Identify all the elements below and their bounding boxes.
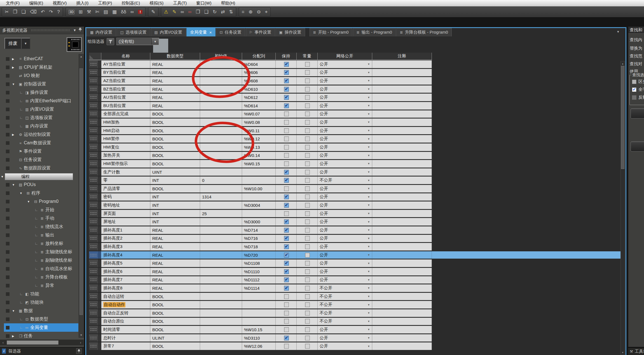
row-handle[interactable]: [89, 85, 101, 93]
publish-dropdown-caret-icon[interactable]: ▼: [367, 138, 370, 140]
retain-cell[interactable]: [276, 268, 297, 275]
cell-name[interactable]: AU当前位置: [101, 94, 150, 101]
tab-operation-settings[interactable]: ▣操作设置: [275, 28, 305, 36]
row-handle[interactable]: [89, 326, 101, 333]
constant-checkbox[interactable]: [305, 219, 310, 224]
cell-data-type[interactable]: REAL: [150, 77, 200, 85]
cell-assigned-address[interactable]: %W10.00: [242, 185, 276, 192]
cell-name[interactable]: AY当前位置: [101, 61, 150, 68]
cell-network-publish[interactable]: 不公开▼: [318, 284, 372, 292]
row-handle[interactable]: [89, 334, 101, 342]
find-panel-button-1[interactable]: [631, 108, 644, 119]
retain-cell[interactable]: [276, 185, 297, 192]
tree-compare-checkbox[interactable]: [6, 82, 10, 86]
retain-cell[interactable]: [276, 94, 297, 101]
tree-compare-checkbox[interactable]: [6, 124, 10, 128]
column-header-3[interactable]: 初始值: [200, 53, 242, 60]
cell-initial-value[interactable]: [200, 309, 242, 317]
cell-comment[interactable]: [372, 143, 432, 151]
constant-checkbox[interactable]: [305, 170, 310, 175]
view-3d-icon[interactable]: 3D: [69, 10, 74, 14]
tab-task-settings[interactable]: ⊡任务设置: [216, 28, 245, 36]
cell-comment[interactable]: [372, 259, 432, 267]
tree-compare-checkbox[interactable]: [6, 233, 10, 237]
retain-checkbox[interactable]: [284, 194, 289, 199]
tree-item-cam-data[interactable]: ∝Cam数据设置: [4, 139, 78, 147]
retain-cell[interactable]: [276, 309, 297, 317]
cell-name[interactable]: 插补高度2: [101, 235, 150, 242]
cell-network-publish[interactable]: 公开▼: [318, 185, 372, 192]
constant-checkbox[interactable]: [305, 120, 310, 125]
constant-checkbox[interactable]: [305, 253, 310, 257]
publish-dropdown-caret-icon[interactable]: ▼: [367, 287, 370, 289]
cell-initial-value[interactable]: [200, 218, 242, 226]
constant-cell[interactable]: [297, 102, 318, 110]
retain-checkbox[interactable]: [284, 120, 289, 125]
cell-comment[interactable]: [372, 251, 432, 259]
row-handle[interactable]: [89, 251, 101, 259]
cell-name[interactable]: 全部原点完成: [101, 110, 150, 118]
cell-name[interactable]: 总时计: [101, 334, 150, 342]
cell-comment[interactable]: [372, 210, 432, 217]
cell-comment[interactable]: [372, 94, 432, 101]
tree-item-functions[interactable]: ∟◧功能: [4, 290, 78, 298]
cell-network-publish[interactable]: 公开▼: [318, 243, 372, 250]
select-all-corner[interactable]: [89, 53, 101, 60]
cell-comment[interactable]: [372, 243, 432, 250]
menu-item-edit[interactable]: 编辑(E): [24, 0, 48, 6]
cell-initial-value[interactable]: [200, 110, 242, 118]
constant-checkbox[interactable]: [305, 344, 310, 349]
group-filter-funnel-button[interactable]: [107, 38, 114, 45]
tree-item-sec-lift-template[interactable]: ∟≣升降台模板: [4, 273, 78, 281]
constant-cell[interactable]: [297, 160, 318, 168]
cell-network-publish[interactable]: 公开▼: [318, 160, 372, 168]
tree-compare-checkbox[interactable]: [6, 141, 10, 145]
cell-comment[interactable]: [372, 177, 432, 184]
tab-event-settings[interactable]: ⚐事件设置: [246, 28, 275, 36]
constant-cell[interactable]: [297, 168, 318, 176]
tree-item-cpu-rack[interactable]: ▶▤CPU/扩展机架: [4, 63, 78, 71]
retain-checkbox[interactable]: [284, 186, 289, 191]
tree-item-sec-sub-axis-coord[interactable]: ∟≣副轴绕线坐标: [4, 256, 78, 264]
constant-checkbox[interactable]: [305, 161, 310, 166]
cell-initial-value[interactable]: [200, 268, 242, 275]
column-header-7[interactable]: 网络公开: [318, 53, 372, 60]
cell-initial-value[interactable]: [200, 135, 242, 143]
cell-network-publish[interactable]: 公开▼: [318, 326, 372, 333]
publish-dropdown-caret-icon[interactable]: ▼: [367, 345, 370, 348]
cell-assigned-address[interactable]: %D604: [242, 61, 276, 68]
tree-item-motion-control[interactable]: ▶⚙运动控制设置: [4, 130, 78, 139]
delete-icon[interactable]: ⌫: [30, 10, 37, 14]
redo-icon[interactable]: ↷: [49, 10, 53, 14]
column-header-4[interactable]: 分配到: [242, 53, 276, 60]
publish-dropdown-caret-icon[interactable]: ▼: [367, 171, 370, 173]
find-panel-button-2[interactable]: [631, 141, 644, 152]
publish-dropdown-caret-icon[interactable]: ▼: [367, 204, 370, 206]
cell-name[interactable]: 屏页面: [101, 210, 150, 217]
retain-checkbox[interactable]: [284, 336, 289, 340]
cell-data-type[interactable]: BOOL: [150, 119, 200, 126]
cell-name[interactable]: 插补高度4: [101, 251, 150, 259]
cell-comment[interactable]: [372, 226, 432, 234]
cell-name[interactable]: 时间清零: [101, 326, 150, 333]
cell-assigned-address[interactable]: %W12.06: [242, 342, 276, 350]
cell-network-publish[interactable]: 公开▼: [318, 276, 372, 284]
publish-dropdown-caret-icon[interactable]: ▼: [367, 270, 370, 273]
table-scroll-up-icon[interactable]: ▲: [621, 62, 625, 66]
transfer-from-controller-icon[interactable]: ❑: [204, 10, 209, 14]
retain-checkbox[interactable]: [284, 228, 289, 233]
cell-network-publish[interactable]: 公开▼: [318, 127, 372, 134]
retain-cell[interactable]: [276, 226, 297, 234]
tree-item-pous[interactable]: ▼▤POUs: [4, 180, 78, 189]
row-handle[interactable]: [89, 177, 101, 184]
constant-checkbox[interactable]: [305, 186, 310, 191]
constant-cell[interactable]: [297, 342, 318, 350]
retain-checkbox[interactable]: [284, 253, 289, 257]
constant-cell[interactable]: [297, 259, 318, 267]
cell-assigned-address[interactable]: %D614: [242, 102, 276, 110]
cell-comment[interactable]: [372, 276, 432, 284]
cell-data-type[interactable]: REAL: [150, 85, 200, 93]
constant-checkbox[interactable]: [305, 286, 310, 291]
cell-comment[interactable]: [372, 301, 432, 308]
cell-data-type[interactable]: BOOL: [150, 127, 200, 134]
